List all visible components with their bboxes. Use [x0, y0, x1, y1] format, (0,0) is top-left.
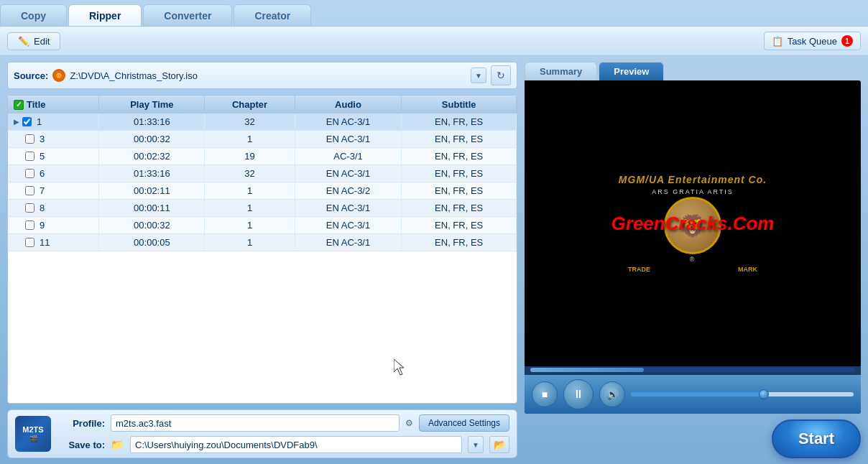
playtime-cell: 00:00:32 — [99, 217, 205, 234]
title-cell: 3 — [8, 131, 99, 148]
volume-slider[interactable] — [631, 392, 854, 396]
source-refresh-button[interactable]: ↻ — [491, 65, 511, 85]
row-checkbox[interactable] — [22, 117, 32, 126]
subtitle-cell: EN, FR, ES — [402, 165, 517, 182]
browse-folder-button[interactable]: 📂 — [489, 436, 509, 453]
playtime-cell: 00:00:11 — [99, 200, 205, 217]
subtitle-cell: EN, FR, ES — [402, 113, 517, 131]
task-queue-button[interactable]: 📋 Task Queue 1 — [764, 32, 861, 50]
source-dropdown-button[interactable]: ▼ — [471, 68, 486, 83]
chapter-cell: 19 — [205, 148, 295, 165]
video-progress-bar[interactable] — [530, 368, 855, 372]
pencil-icon: ✏️ — [18, 36, 29, 47]
table-row[interactable]: 3 00:00:321EN AC-3/1EN, FR, ES — [8, 131, 517, 148]
title-id: 8 — [40, 203, 45, 213]
chapter-cell: 32 — [205, 165, 295, 182]
profile-label: Profile: — [58, 418, 105, 429]
audio-cell: EN AC-3/1 — [295, 200, 402, 217]
mgm-bottom-text: TRADE MARK — [628, 266, 757, 273]
mgm-title: MGM/UA Entertainment Co. — [619, 174, 767, 185]
left-panel: Source: ⊙ ▼ ↻ ✓ Title Play Time — [7, 62, 517, 458]
title-cell: 5 — [8, 148, 99, 165]
tab-copy[interactable]: Copy — [0, 4, 67, 26]
tab-converter[interactable]: Converter — [143, 4, 232, 26]
title-id: 1 — [37, 116, 42, 127]
playtime-cell: 00:00:32 — [99, 131, 205, 148]
right-panel: Summary Preview MGM/UA Entertainment Co.… — [525, 62, 861, 458]
main-content: Source: ⊙ ▼ ↻ ✓ Title Play Time — [0, 56, 868, 464]
video-progress-fill — [530, 368, 644, 372]
playtime-cell: 00:00:05 — [99, 234, 205, 251]
stop-button[interactable]: ■ — [532, 381, 558, 407]
volume-button[interactable]: 🔊 — [599, 381, 625, 407]
tab-ripper[interactable]: Ripper — [68, 4, 142, 26]
subtitle-cell: EN, FR, ES — [402, 148, 517, 165]
advanced-settings-button[interactable]: Advanced Settings — [419, 414, 509, 432]
tab-creator[interactable]: Creator — [234, 4, 311, 26]
source-input[interactable] — [70, 70, 466, 81]
disc-icon: ⊙ — [52, 69, 65, 82]
row-checkbox[interactable] — [25, 152, 34, 161]
title-column-header: ✓ Title — [8, 96, 99, 113]
start-button[interactable]: Start — [772, 419, 861, 458]
subtitle-cell: EN, FR, ES — [402, 234, 517, 251]
video-controls: ■ ⏸ 🔊 — [525, 375, 861, 414]
tab-preview[interactable]: Preview — [599, 62, 664, 80]
row-arrow-icon: ▶ — [14, 118, 19, 126]
chapter-cell: 1 — [205, 131, 295, 148]
table-row[interactable]: ▶ 1 01:33:1632EN AC-3/1EN, FR, ES — [8, 113, 517, 131]
table-row[interactable]: 9 00:00:321EN AC-3/1EN, FR, ES — [8, 217, 517, 234]
volume-thumb — [759, 389, 769, 399]
task-queue-icon: 📋 — [772, 36, 783, 47]
profile-input[interactable] — [111, 414, 400, 432]
table-row[interactable]: 5 00:02:3219AC-3/1EN, FR, ES — [8, 148, 517, 165]
mgm-lion-circle: 🦁 — [664, 197, 721, 254]
save-to-row: Save to: 📁 ▼ 📂 — [58, 436, 509, 453]
mgm-background: MGM/UA Entertainment Co. ARS GRATIA ARTI… — [525, 80, 861, 366]
pause-button[interactable]: ⏸ — [563, 379, 594, 409]
table-row[interactable]: 6 01:33:1632EN AC-3/1EN, FR, ES — [8, 165, 517, 182]
audio-cell: EN AC-3/1 — [295, 113, 402, 131]
audio-cell: EN AC-3/1 — [295, 217, 402, 234]
title-cell: 7 — [8, 182, 99, 200]
chapter-cell: 1 — [205, 217, 295, 234]
title-id: 11 — [40, 237, 50, 248]
subtitle-cell: EN, FR, ES — [402, 217, 517, 234]
subtitle-cell: EN, FR, ES — [402, 131, 517, 148]
save-to-input[interactable] — [130, 436, 462, 453]
chapter-column-header: Chapter — [205, 96, 295, 113]
select-all-checkbox[interactable]: ✓ — [14, 100, 24, 110]
table-row[interactable]: 7 00:02:111EN AC-3/2EN, FR, ES — [8, 182, 517, 200]
tab-summary[interactable]: Summary — [525, 62, 597, 80]
save-to-dropdown-button[interactable]: ▼ — [468, 436, 484, 453]
tab-bar: Copy Ripper Converter Creator — [0, 0, 868, 26]
row-checkbox[interactable] — [25, 134, 34, 144]
video-area: MGM/UA Entertainment Co. ARS GRATIA ARTI… — [525, 80, 861, 366]
m2ts-format-icon: M2TS 🎬 — [15, 416, 51, 452]
title-id: 6 — [40, 168, 45, 179]
source-row: Source: ⊙ ▼ ↻ — [7, 62, 517, 89]
source-label: Source: — [14, 70, 48, 81]
title-table: ✓ Title Play Time Chapter Audio Subtitle… — [7, 95, 517, 404]
playtime-cell: 01:33:16 — [99, 113, 205, 131]
subtitle-column-header: Subtitle — [402, 96, 517, 113]
table-row[interactable]: 11 00:00:051EN AC-3/1EN, FR, ES — [8, 234, 517, 251]
playtime-cell: 01:33:16 — [99, 165, 205, 182]
row-checkbox[interactable] — [25, 203, 34, 213]
title-cell: 8 — [8, 200, 99, 217]
row-checkbox[interactable] — [25, 186, 34, 195]
playtime-column-header: Play Time — [99, 96, 205, 113]
edit-button[interactable]: ✏️ Edit — [7, 32, 60, 50]
bottom-row: M2TS 🎬 Profile: ⚙ Advanced Settings Save… — [7, 409, 517, 458]
title-id: 3 — [40, 134, 45, 144]
row-checkbox[interactable] — [25, 221, 34, 230]
chapter-cell: 1 — [205, 234, 295, 251]
row-checkbox[interactable] — [25, 238, 34, 247]
film-icon: 🎬 — [29, 435, 37, 442]
playtime-cell: 00:02:32 — [99, 148, 205, 165]
audio-cell: EN AC-3/1 — [295, 165, 402, 182]
save-to-label: Save to: — [58, 440, 105, 450]
row-checkbox[interactable] — [25, 169, 34, 178]
title-id: 9 — [40, 220, 45, 231]
table-row[interactable]: 8 00:00:111EN AC-3/1EN, FR, ES — [8, 200, 517, 217]
